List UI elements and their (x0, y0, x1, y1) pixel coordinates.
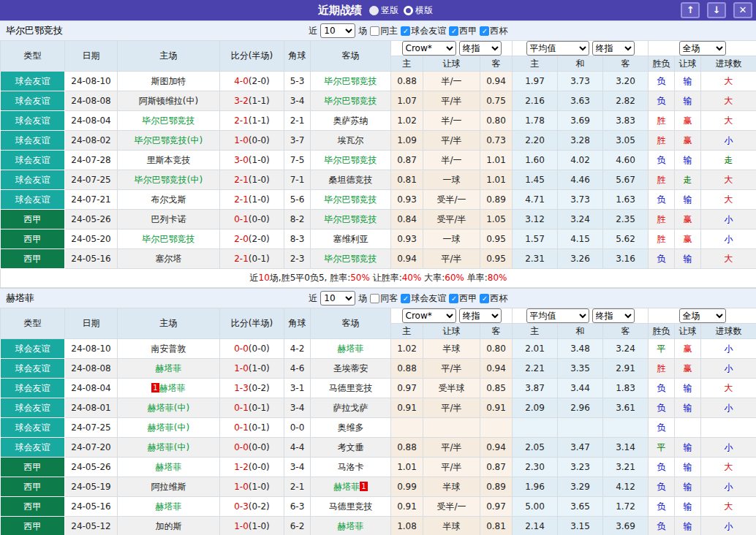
handicap-odds-cell (480, 418, 513, 438)
away-team-cell: 萨拉戈萨 (311, 398, 391, 418)
handicap-odds-cell: 0.80 (480, 111, 513, 131)
score-cell: 3-0(1-0) (220, 151, 284, 170)
layout-horizontal-radio[interactable]: 横版 (404, 0, 433, 20)
handicap-odds-cell: 0.75 (480, 91, 513, 111)
corner-cell: 3-4 (284, 91, 311, 111)
average-odds-cell: 4.46 (558, 170, 603, 190)
match-row: 球会友谊24-08-041赫塔菲1-3(0-2)3-1马德里竞技0.97受半球0… (1, 379, 756, 398)
average-odds-cell (558, 418, 603, 438)
result-cell: 胜 (649, 131, 675, 151)
league-badge: 球会友谊 (1, 170, 65, 190)
league-badge: 球会友谊 (1, 190, 65, 210)
league-filter-checkbox[interactable]: ✓西甲 (449, 25, 477, 37)
league-filter-checkbox[interactable]: ✓西杯 (480, 25, 507, 37)
move-up-button[interactable]: ↑ (681, 2, 700, 18)
corner-cell: 7-1 (284, 170, 311, 190)
result-cell: 大 (701, 379, 756, 398)
filter-row: 赫塔菲近10场同客✓球会友谊✓西甲✓西杯 (0, 288, 756, 308)
odds-stage-select[interactable]: 终指 (459, 41, 502, 56)
result-cell: 输 (675, 497, 701, 517)
sub-column-header: 主 (513, 324, 558, 339)
sub-column-header: 让球 (675, 56, 701, 72)
home-team-cell: 赫塔菲(中) (118, 438, 220, 458)
score-cell: 0-1(0-1) (220, 418, 284, 438)
date-cell: 24-07-28 (65, 151, 118, 170)
match-row: 球会友谊24-08-01赫塔菲(中)0-1(0-1)3-4萨拉戈萨0.91平/半… (1, 398, 756, 418)
move-down-button[interactable]: ↓ (707, 2, 726, 18)
match-row: 球会友谊24-08-10斯图加特4-0(2-0)5-3毕尔巴鄂竞技0.88半/一… (1, 72, 756, 91)
score-cell: 0-1(0-0) (220, 210, 284, 229)
average-odds-cell: 3.63 (558, 91, 603, 111)
result-cell: 大 (701, 458, 756, 477)
scope-select[interactable]: 全场 (679, 308, 726, 323)
same-venue-checkbox[interactable]: 同客 (370, 292, 398, 305)
average-odds-cell: 2.35 (603, 210, 649, 229)
match-count-select[interactable]: 10 (320, 291, 355, 306)
same-venue-checkbox[interactable]: 同主 (370, 25, 398, 37)
handicap-odds-cell: 0.97 (480, 497, 513, 517)
summary-row: 近10场,胜5平0负5, 胜率:50% 让胜率:40% 大率:60% 单率:80… (1, 269, 756, 288)
average-odds-cell: 3.35 (558, 359, 603, 379)
close-button[interactable]: ✕ (733, 2, 752, 18)
home-team-cell: 赫塔菲 (118, 359, 220, 379)
average-stage-select[interactable]: 终指 (592, 41, 635, 56)
checked-checkbox-icon: ✓ (480, 26, 489, 36)
handicap-odds-cell: 0.87 (480, 458, 513, 477)
result-cell: 大 (701, 91, 756, 111)
away-team-cell: 毕尔巴鄂竞技 (311, 91, 391, 111)
league-badge: 西甲 (1, 229, 65, 249)
average-odds-cell: 3.69 (603, 517, 649, 535)
date-cell: 24-07-25 (65, 418, 118, 438)
corner-cell: 2-1 (284, 111, 311, 131)
average-odds-cell: 4.12 (603, 477, 649, 497)
corner-cell: 3-7 (284, 131, 311, 151)
checked-checkbox-icon: ✓ (401, 294, 410, 303)
bookmaker-select[interactable]: Crow* (402, 308, 456, 323)
average-odds-cell: 3.24 (558, 210, 603, 229)
handicap-odds-cell: 0.99 (391, 477, 423, 497)
league-badge: 西甲 (1, 497, 65, 517)
average-stage-select[interactable]: 终指 (592, 308, 635, 323)
league-filter-checkbox[interactable]: ✓西甲 (449, 292, 477, 305)
away-team-cell: 毕尔巴鄂竞技 (311, 190, 391, 210)
odds-stage-select[interactable]: 终指 (459, 308, 502, 323)
sub-column-header: 客 (480, 324, 513, 339)
average-odds-cell: 1.45 (513, 170, 558, 190)
average-odds-cell: 5.62 (603, 229, 649, 249)
sub-column-header: 让球 (675, 324, 701, 339)
handicap-odds-cell: 0.80 (480, 339, 513, 359)
result-cell: 胜 (649, 210, 675, 229)
date-cell: 24-08-01 (65, 398, 118, 418)
recent-results-panel: 近期战绩 竖版 横版 ↑ ↓ ✕ 毕尔巴鄂竞技近10场同主✓球会友谊✓西甲✓西杯… (0, 0, 756, 535)
radio-selected-icon (369, 6, 379, 15)
date-cell: 24-05-19 (65, 477, 118, 497)
average-odds-cell: 3.73 (558, 190, 603, 210)
handicap-odds-cell: 0.95 (480, 229, 513, 249)
corner-cell: 6-3 (284, 497, 311, 517)
league-filter-checkbox[interactable]: ✓球会友谊 (401, 25, 446, 37)
average-odds-cell: 2.14 (513, 517, 558, 535)
average-odds-cell: 5.67 (603, 170, 649, 190)
average-odds-cell: 1.60 (513, 151, 558, 170)
result-cell: 负 (649, 398, 675, 418)
average-odds-cell: 3.83 (603, 111, 649, 131)
handicap-odds-cell: 平/半 (423, 398, 480, 418)
bookmaker-select[interactable]: Crow* (402, 41, 456, 56)
score-cell: 1-0(1-0) (220, 477, 284, 497)
league-filter-checkbox[interactable]: ✓西杯 (480, 292, 507, 305)
red-card-badge: 1 (360, 482, 367, 491)
layout-vertical-radio[interactable]: 竖版 (369, 0, 398, 20)
date-cell: 24-08-04 (65, 111, 118, 131)
average-odds-cell: 3.47 (558, 438, 603, 458)
scope-select[interactable]: 全场 (679, 41, 726, 56)
match-count-select[interactable]: 10 (320, 23, 355, 38)
score-cell: 1-2(0-0) (220, 458, 284, 477)
corner-cell: 2-1 (284, 477, 311, 497)
average-select[interactable]: 平均值 (526, 41, 589, 56)
score-cell: 2-1(1-0) (220, 190, 284, 210)
handicap-odds-cell: 0.85 (480, 379, 513, 398)
date-cell: 24-08-10 (65, 72, 118, 91)
handicap-odds-cell: 0.94 (480, 438, 513, 458)
average-select[interactable]: 平均值 (526, 308, 589, 323)
league-filter-checkbox[interactable]: ✓球会友谊 (401, 292, 446, 305)
